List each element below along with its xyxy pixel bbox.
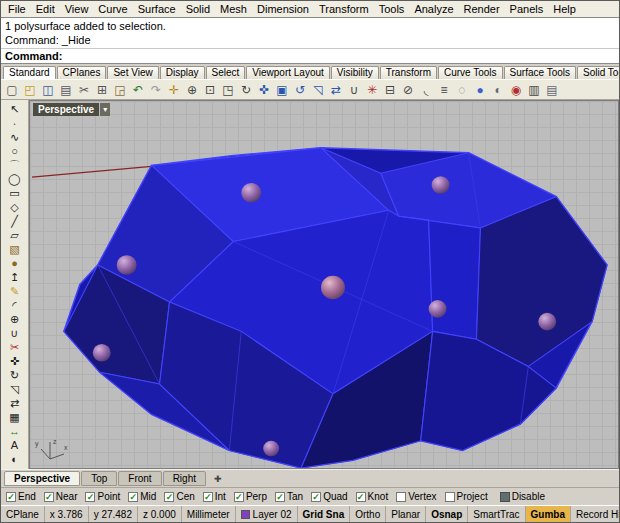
menu-curve[interactable]: Curve [93,3,132,15]
checkbox[interactable]: ✓ [356,492,366,502]
scale-icon[interactable]: ◹ [309,81,327,98]
menu-view[interactable]: View [60,3,94,15]
checkbox[interactable] [445,492,455,502]
checkbox[interactable]: ✓ [203,492,213,502]
y-coordinate[interactable]: y 27.482 [89,506,138,522]
checkbox[interactable]: ✓ [44,492,54,502]
point-icon[interactable]: ∙ [3,116,27,130]
menu-tools[interactable]: Tools [374,3,410,15]
menu-transform[interactable]: Transform [314,3,374,15]
sphere-pip[interactable] [429,300,447,318]
sphere-pip[interactable] [241,183,261,203]
menu-surface[interactable]: Surface [133,3,181,15]
ellipse-icon[interactable]: ◯ [3,172,27,186]
osnap-knot[interactable]: ✓Knot [356,491,389,502]
curve-icon[interactable]: ∿ [3,130,27,144]
viewport-tab-top[interactable]: Top [81,471,117,486]
command-history[interactable]: 1 polysurface added to selection. Comman… [1,18,619,48]
x-coordinate[interactable]: x 3.786 [45,506,89,522]
array-icon[interactable]: ▦ [3,410,27,424]
open-file-icon[interactable]: ◰ [21,81,39,98]
tab-visibility[interactable]: Visibility [331,66,379,79]
split-icon[interactable]: ⊘ [399,81,417,98]
polygon-icon[interactable]: ◇ [3,200,27,214]
checkbox[interactable]: ✓ [128,492,138,502]
menu-render[interactable]: Render [459,3,505,15]
trim-icon[interactable]: ⊟ [381,81,399,98]
osnap-cen[interactable]: ✓Cen [164,491,194,502]
tab-viewport-layout[interactable]: Viewport Layout [246,66,330,79]
ghosted-view-icon[interactable]: ◐ [489,81,507,98]
zoom-extents-icon[interactable]: ◳ [219,81,237,98]
cut-icon[interactable]: ✂ [75,81,93,98]
join-icon[interactable]: ∪ [345,81,363,98]
mirror-icon[interactable]: ⇄ [327,81,345,98]
tab-standard[interactable]: Standard [3,66,56,79]
record-history-toggle[interactable]: Record Histor [571,506,619,522]
visibility-icon[interactable]: ◐ [3,452,27,466]
layer-pane[interactable]: Layer 02 [236,506,298,522]
viewport-title-dropdown-icon[interactable]: ▾ [100,103,110,116]
paste-icon[interactable]: ◲ [111,81,129,98]
ortho-toggle[interactable]: Ortho [350,506,386,522]
tab-cplanes[interactable]: CPlanes [57,66,107,79]
osnap-disable-toggle[interactable]: Disable [500,491,545,502]
smarttrack-toggle[interactable]: SmartTrac [468,506,525,522]
pan-icon[interactable]: ✛ [165,81,183,98]
properties-icon[interactable]: ▤ [543,81,561,98]
sphere-pip[interactable] [432,176,450,194]
osnap-near[interactable]: ✓Near [44,491,78,502]
checkbox[interactable]: ✓ [234,492,244,502]
sphere-pip[interactable] [321,276,345,299]
zoom-window-icon[interactable]: ⊡ [201,81,219,98]
hide-icon[interactable]: ◌ [453,81,471,98]
checkbox[interactable]: ✓ [311,492,321,502]
disable-checkbox[interactable] [500,492,510,502]
dimension-icon[interactable]: ↔ [3,424,27,438]
rotate-view-icon[interactable]: ↻ [237,81,255,98]
menu-file[interactable]: File [3,3,31,15]
checkbox[interactable]: ✓ [164,492,174,502]
rectangle-icon[interactable]: ▭ [3,186,27,200]
print-icon[interactable]: ▤ [57,81,75,98]
osnap-toggle[interactable]: Osnap [426,506,468,522]
surface-icon[interactable]: ▱ [3,228,27,242]
sphere-pip[interactable] [93,344,111,362]
cplane-pane[interactable]: CPlane [1,506,45,522]
rotate-object-icon[interactable]: ↺ [291,81,309,98]
menu-analyze[interactable]: Analyze [409,3,458,15]
layers-icon[interactable]: ▥ [525,81,543,98]
tab-set-view[interactable]: Set View [107,66,158,79]
perspective-viewport[interactable]: Perspective ▾ x y z [29,100,619,469]
planar-toggle[interactable]: Planar [386,506,426,522]
z-coordinate[interactable]: z 0.000 [138,506,182,522]
pencil-sketch-icon[interactable]: ✎ [3,284,27,298]
viewport-tab-right[interactable]: Right [163,471,206,486]
move-icon[interactable]: ✜ [3,354,27,368]
tab-curve-tools[interactable]: Curve Tools [438,66,503,79]
menu-mesh[interactable]: Mesh [215,3,252,15]
tab-surface-tools[interactable]: Surface Tools [504,66,576,79]
sphere-pip[interactable] [538,313,556,331]
grid-snap-toggle[interactable]: Grid Sna [298,506,351,522]
line-icon[interactable]: ╱ [3,214,27,228]
redo-icon[interactable]: ↷ [147,81,165,98]
osnap-project[interactable]: Project [445,491,488,502]
save-icon[interactable]: ◫ [39,81,57,98]
render-icon[interactable]: ◉ [507,81,525,98]
new-file-icon[interactable]: ▢ [3,81,21,98]
mirror-icon[interactable]: ⇄ [3,396,27,410]
rotate-icon[interactable]: ↻ [3,368,27,382]
osnap-quad[interactable]: ✓Quad [311,491,347,502]
checkbox[interactable]: ✓ [275,492,285,502]
menu-edit[interactable]: Edit [31,3,60,15]
explode-icon[interactable]: ✳ [363,81,381,98]
select-arrow-icon[interactable]: ↖ [3,102,27,116]
new-viewport-tab-button[interactable]: ✚ [207,473,229,485]
menu-panels[interactable]: Panels [505,3,549,15]
osnap-point[interactable]: ✓Point [85,491,120,502]
boolean-union-icon[interactable]: ⊕ [3,312,27,326]
sphere-icon[interactable]: ● [3,256,27,270]
viewport-canvas[interactable] [30,101,618,468]
osnap-vertex[interactable]: Vertex [396,491,436,502]
